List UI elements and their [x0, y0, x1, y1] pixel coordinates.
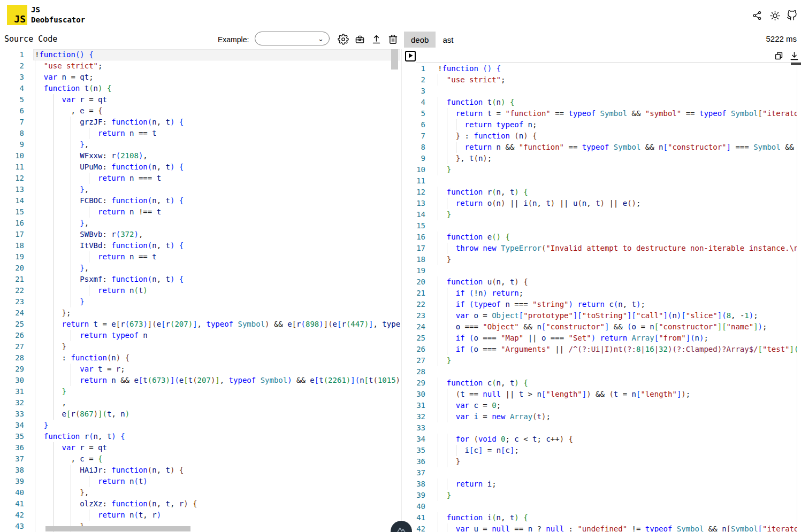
output-editor[interactable]: 1!function () {2 "use strict";34 functio…: [416, 63, 797, 532]
code-line[interactable]: 18 ItVBd: function(n, t) {: [0, 240, 400, 251]
paste-button[interactable]: [353, 33, 367, 47]
code-line[interactable]: 3: [416, 86, 797, 97]
settings-button[interactable]: [336, 33, 350, 47]
code-line[interactable]: 23 var o = Object["prototype"]["toString…: [416, 310, 797, 321]
code-line[interactable]: 2 "use strict";: [416, 74, 797, 86]
code-line[interactable]: 41 olzXz: function(n, t, r) {: [0, 498, 400, 510]
theme-toggle-button[interactable]: [769, 10, 781, 21]
code-line[interactable]: 4 function t(n) {: [0, 83, 400, 94]
source-horizontal-scrollbar[interactable]: [45, 526, 190, 531]
code-line[interactable]: 21 if (!n) return;: [416, 288, 797, 299]
code-line[interactable]: 5 return t = "function" == typeof Symbol…: [416, 108, 797, 119]
code-line[interactable]: 27 }: [416, 355, 797, 366]
code-line[interactable]: 32 ,: [0, 397, 400, 408]
code-line[interactable]: 6 , e = {: [0, 105, 400, 117]
code-line[interactable]: 35 function r(n, t) {: [0, 431, 400, 442]
output-scrollbar-track[interactable]: [797, 63, 801, 532]
upload-button[interactable]: [369, 33, 383, 47]
code-line[interactable]: 2 "use strict";: [0, 60, 400, 72]
code-line[interactable]: 32 var i = new Array(t);: [416, 411, 797, 422]
code-line[interactable]: 7 } : function (n) {: [416, 130, 797, 142]
code-line[interactable]: 15: [416, 220, 797, 232]
source-editor[interactable]: 1!function() {2 "use strict";3 var n = q…: [0, 49, 400, 532]
code-line[interactable]: 38 HAiJr: function(n, t) {: [0, 465, 400, 476]
code-line[interactable]: 29 function c(n, t) {: [416, 377, 797, 389]
code-line[interactable]: 20 function u(n, t) {: [416, 276, 797, 288]
code-line[interactable]: 6 return typeof n;: [416, 119, 797, 130]
example-select[interactable]: ⌄: [255, 32, 330, 45]
code-line[interactable]: 17 SWBvb: r(372),: [0, 229, 400, 240]
code-line[interactable]: 19: [416, 265, 797, 276]
code-line[interactable]: 31 }: [0, 386, 400, 397]
tab-ast[interactable]: ast: [436, 32, 460, 48]
code-line[interactable]: 33: [416, 422, 797, 434]
code-line[interactable]: 8 return n && "function" == typeof Symbo…: [416, 142, 797, 153]
code-line[interactable]: 42 var u = null == n ? null : "undefined…: [416, 523, 797, 532]
download-button[interactable]: [789, 50, 801, 61]
code-line[interactable]: 14 }: [416, 209, 797, 220]
code-line[interactable]: 22 if (typeof n === "string") return c(n…: [416, 299, 797, 310]
code-line[interactable]: 12 return n === t: [0, 173, 400, 184]
code-line[interactable]: 26 return typeof n: [0, 330, 400, 341]
code-line[interactable]: 23 }: [0, 296, 400, 307]
code-line[interactable]: 30 (t == null || t > n["length"]) && (t …: [416, 389, 797, 400]
share-button[interactable]: [752, 10, 764, 21]
code-line[interactable]: 10 WFxxw: r(2108),: [0, 150, 400, 161]
code-line[interactable]: 3 var n = qt;: [0, 72, 400, 83]
code-line[interactable]: 16 function e() {: [416, 232, 797, 243]
code-line[interactable]: 15 return n !== t: [0, 206, 400, 218]
code-line[interactable]: 5 var r = qt: [0, 94, 400, 105]
run-button[interactable]: [405, 51, 416, 61]
output-scrollbar-thumb[interactable]: [791, 63, 801, 65]
code-line[interactable]: 24 };: [0, 307, 400, 319]
code-line[interactable]: 37: [416, 467, 797, 479]
code-line[interactable]: 26 if (o === "Arguments" || /^(?:Ui|I)nt…: [416, 344, 797, 355]
code-line[interactable]: 27 }: [0, 341, 400, 352]
code-line[interactable]: 30 return n && e[t(673)](e[t(207)], type…: [0, 375, 400, 386]
code-line[interactable]: 9 }, t(n);: [416, 153, 797, 164]
code-line[interactable]: 17 throw new TypeError("Invalid attempt …: [416, 243, 797, 254]
code-line[interactable]: 25 if (o === "Map" || o === "Set") retur…: [416, 333, 797, 344]
code-line[interactable]: 40: [416, 501, 797, 512]
code-line[interactable]: 36 }: [416, 456, 797, 467]
clear-button[interactable]: [386, 33, 400, 47]
source-vertical-scrollbar[interactable]: [391, 49, 398, 70]
code-line[interactable]: 21 Psxmf: function(n, t) {: [0, 274, 400, 285]
code-line[interactable]: 28: [416, 366, 797, 377]
code-line[interactable]: 14 FCBOC: function(n, t) {: [0, 195, 400, 206]
code-line[interactable]: 1!function() {: [0, 49, 400, 60]
code-line[interactable]: 1!function () {: [416, 63, 797, 74]
code-line[interactable]: 34 }: [0, 420, 400, 431]
code-line[interactable]: 25 return t = e[r(673)](e[r(207)], typeo…: [0, 319, 400, 330]
code-line[interactable]: 11 UPuMo: function(n, t) {: [0, 161, 400, 173]
github-link[interactable]: [787, 10, 798, 21]
code-line[interactable]: 29 var t = r;: [0, 364, 400, 375]
code-line[interactable]: 34 for (void 0; c < t; c++) {: [416, 434, 797, 445]
code-line[interactable]: 18 }: [416, 254, 797, 265]
code-line[interactable]: 35 i[c] = n[c];: [416, 445, 797, 456]
code-line[interactable]: 28 : function(n) {: [0, 352, 400, 364]
code-line[interactable]: 41 function i(n, t) {: [416, 512, 797, 523]
tab-deob[interactable]: deob: [404, 32, 436, 48]
code-line[interactable]: 39 return n(t): [0, 476, 400, 487]
code-line[interactable]: 37 , c = {: [0, 453, 400, 465]
code-line[interactable]: 39 }: [416, 490, 797, 501]
code-line[interactable]: 36 var r = qt: [0, 442, 400, 453]
code-line[interactable]: 42 return n(t, r): [0, 510, 400, 521]
code-line[interactable]: 40 },: [0, 487, 400, 498]
code-line[interactable]: 9 },: [0, 139, 400, 150]
code-line[interactable]: 13 return o(n) || i(n, t) || u(n, t) || …: [416, 198, 797, 209]
code-line[interactable]: 20 },: [0, 263, 400, 274]
code-line[interactable]: 8 return n == t: [0, 128, 400, 139]
code-line[interactable]: 38 return i;: [416, 479, 797, 490]
code-line[interactable]: 24 o === "Object" && n["constructor"] &&…: [416, 321, 797, 333]
code-line[interactable]: 10 }: [416, 164, 797, 175]
code-line[interactable]: 4 function t(n) {: [416, 97, 797, 108]
code-line[interactable]: 7 grzJF: function(n, t) {: [0, 117, 400, 128]
code-line[interactable]: 13 },: [0, 184, 400, 195]
code-line[interactable]: 11: [416, 175, 797, 187]
code-line[interactable]: 19 return n == t: [0, 251, 400, 263]
copy-button[interactable]: [774, 50, 785, 61]
code-line[interactable]: 16 },: [0, 218, 400, 229]
code-line[interactable]: 22 return n(t): [0, 285, 400, 296]
